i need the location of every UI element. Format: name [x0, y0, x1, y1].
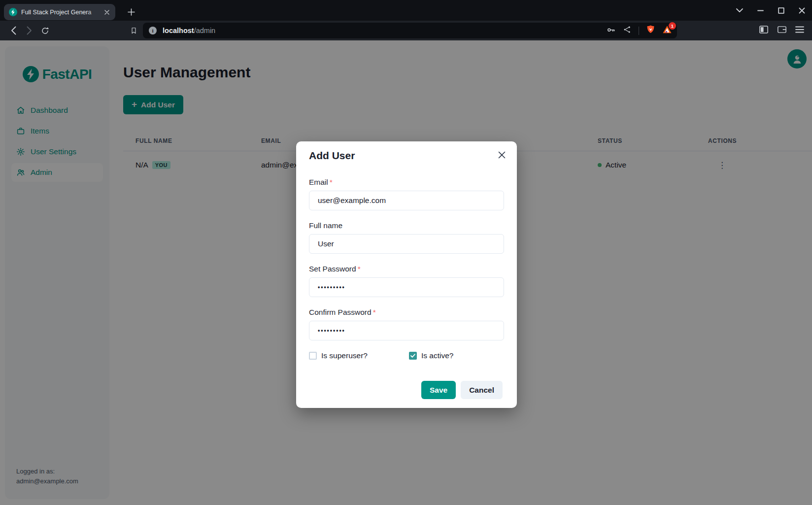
fastapi-favicon-icon [9, 8, 17, 16]
page-viewport: FastAPI Dashboard Items [0, 40, 812, 505]
email-field[interactable] [309, 191, 504, 210]
required-marker: * [373, 308, 376, 316]
required-marker: * [358, 265, 361, 273]
set-password-label: Set Password* [309, 264, 504, 273]
share-icon[interactable] [623, 25, 632, 36]
is-superuser-checkbox[interactable]: Is superuser? [309, 351, 409, 360]
key-icon[interactable] [606, 25, 616, 36]
maximize-icon[interactable] [774, 3, 788, 18]
toolbar-separator [639, 27, 639, 35]
confirm-password-label: Confirm Password* [309, 307, 504, 317]
confirm-password-field[interactable] [309, 321, 504, 340]
window-controls [732, 0, 809, 21]
checkbox-row: Is superuser? Is active? [309, 351, 504, 360]
tab-close-icon[interactable] [102, 8, 111, 17]
sidebar-toggle-icon[interactable] [759, 25, 769, 36]
window-close-icon[interactable] [794, 3, 809, 18]
notification-badge: 1 [669, 22, 676, 30]
set-password-field[interactable] [309, 277, 504, 297]
tab-search-chevron-icon[interactable] [732, 3, 747, 18]
url-text[interactable]: localhost/admin [163, 27, 606, 34]
browser-toolbar: i localhost/admin [0, 21, 812, 40]
minimize-icon[interactable] [753, 3, 768, 18]
cancel-button[interactable]: Cancel [461, 381, 503, 399]
menu-icon[interactable] [795, 26, 804, 35]
is-active-checkbox[interactable]: Is active? [409, 351, 453, 360]
is-superuser-label: Is superuser? [321, 351, 368, 360]
tab-bar: Full Stack Project Genera [0, 0, 812, 21]
browser-tab[interactable]: Full Stack Project Genera [4, 4, 115, 20]
save-button[interactable]: Save [421, 381, 456, 399]
close-icon[interactable] [496, 149, 507, 160]
modal-title: Add User [309, 149, 504, 162]
modal-buttons: Save Cancel [309, 381, 504, 399]
brave-rewards-icon[interactable]: 1 [662, 25, 672, 36]
required-marker: * [330, 178, 333, 186]
is-active-label: Is active? [421, 351, 453, 360]
reload-icon[interactable] [38, 24, 51, 37]
site-info-icon[interactable]: i [149, 27, 157, 34]
full-name-field[interactable] [309, 234, 504, 254]
url-host: localhost [163, 27, 194, 34]
add-user-modal: Add User Email* Full name Set Password* … [296, 141, 517, 408]
full-name-label: Full name [309, 221, 504, 230]
url-bar[interactable]: i localhost/admin [143, 23, 677, 38]
checkbox-checked-icon[interactable] [409, 352, 417, 360]
tab-title: Full Stack Project Genera [21, 9, 102, 16]
wallet-icon[interactable] [777, 25, 787, 36]
back-icon[interactable] [7, 24, 20, 37]
new-tab-icon[interactable] [124, 5, 138, 19]
forward-icon[interactable] [23, 24, 35, 37]
brave-shield-icon[interactable] [646, 25, 655, 37]
email-label: Email* [309, 177, 504, 187]
url-path: /admin [194, 27, 216, 34]
checkbox-unchecked-icon[interactable] [309, 352, 317, 360]
bookmark-icon[interactable] [127, 24, 140, 37]
